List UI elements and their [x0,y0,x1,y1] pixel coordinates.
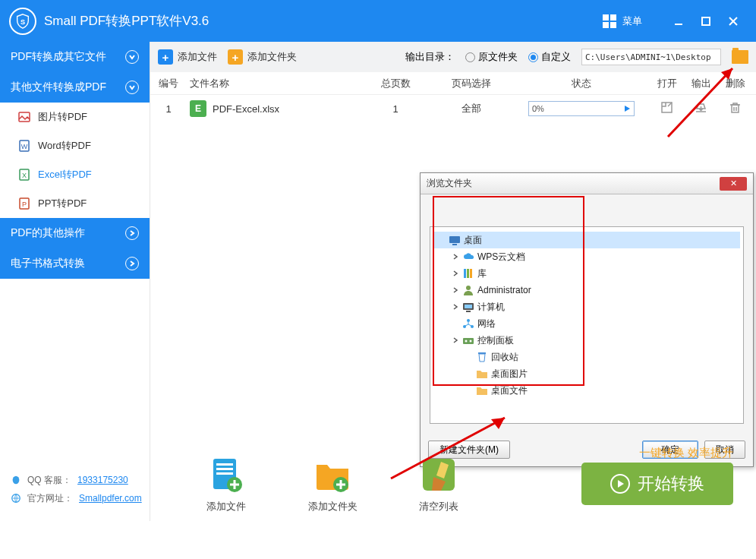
item-label: Excel转PDF [38,168,92,182]
group-label: PDF转换成其它文件 [11,50,106,64]
sidebar-item-excel-to-pdf[interactable]: X Excel转PDF [0,160,150,189]
progress-bar[interactable]: 0% [528,101,635,116]
sidebar-group-ebook-convert[interactable]: 电子书格式转换 [0,248,150,279]
computer-icon [462,301,474,313]
radio-custom-folder[interactable]: 自定义 [528,50,571,64]
dialog-title: 浏览文件夹 [427,177,472,190]
folder-icon [476,384,488,396]
bottom-add-file[interactable]: 添加文件 [173,454,279,513]
output-path-input[interactable] [581,49,721,65]
radio-source-folder[interactable]: 原文件夹 [465,50,518,64]
dialog-close-button[interactable]: ✕ [720,177,747,191]
bottom-bar: 添加文件 添加文件夹 清空列表 开始转换 [150,454,756,513]
table-row[interactable]: 1 E PDF-Excel.xlsx 1 全部 0% [150,95,756,122]
bottom-add-folder[interactable]: 添加文件夹 [279,454,386,513]
add-file-button[interactable]: + 添加文件 [158,49,217,65]
button-label: 添加文件夹 [247,50,297,64]
tree-node[interactable]: 回收站 [433,349,740,365]
chevron-right-icon [125,257,139,270]
chevron-down-icon [125,50,139,64]
button-label: 清空列表 [419,500,458,513]
svg-rect-40 [216,468,233,470]
svg-rect-18 [732,105,739,112]
qq-link[interactable]: 1933175230 [77,471,128,489]
browse-folder-button[interactable] [732,50,748,64]
desktop-icon [449,234,461,246]
tree-node[interactable]: 桌面图片 [433,365,740,382]
svg-rect-37 [478,352,486,354]
radio-label: 原文件夹 [478,50,518,64]
sidebar-group-pdf-other-ops[interactable]: PDF的其他操作 [0,218,150,248]
cell-index: 1 [150,103,187,115]
svg-point-36 [470,340,472,343]
expand-icon [452,270,459,277]
tree-label: 控制面板 [477,334,514,347]
svg-rect-39 [216,463,233,466]
start-convert-button[interactable]: 开始转换 [581,463,733,505]
network-icon [462,317,474,330]
minimize-button[interactable] [665,8,692,35]
cell-filename: PDF-Excel.xlsx [213,103,279,115]
svg-rect-29 [465,305,472,308]
sidebar-group-pdf-to-other[interactable]: PDF转换成其它文件 [0,42,150,72]
radio-label: 自定义 [541,50,571,64]
folder-tree[interactable]: 桌面WPS云文档库Administrator计算机网络控制面板回收站桌面图片桌面… [430,226,744,424]
button-label: 添加文件夹 [308,500,358,513]
svg-text:P: P [22,201,27,208]
svg-point-27 [466,286,471,290]
output-button[interactable] [684,101,718,116]
cell-page-select[interactable]: 全部 [430,102,513,115]
add-folder-button[interactable]: + 添加文件夹 [228,49,297,65]
svg-rect-22 [449,236,460,243]
open-button[interactable] [650,101,684,116]
button-label: 开始转换 [638,472,704,495]
tree-label: 桌面图片 [491,368,528,381]
tree-label: 计算机 [477,301,505,314]
menu-button[interactable]: 菜单 [603,14,642,28]
tree-node[interactable]: WPS云文档 [433,248,740,265]
toolbar: + 添加文件 + 添加文件夹 输出目录： 原文件夹 自定义 [150,42,756,72]
button-label: 添加文件 [178,50,217,64]
svg-rect-23 [452,244,457,245]
tree-node[interactable]: 桌面文件 [433,382,740,399]
svg-rect-26 [470,269,472,278]
image-icon [18,111,30,123]
sidebar-group-other-to-pdf[interactable]: 其他文件转换成PDF [0,72,150,103]
sidebar-item-image-to-pdf[interactable]: 图片转PDF [0,103,150,131]
broom-icon [418,454,459,495]
cell-pages: 1 [361,103,430,115]
svg-rect-2 [702,17,710,25]
bottom-clear-list[interactable]: 清空列表 [386,454,492,513]
tree-node[interactable]: 控制面板 [433,332,740,349]
item-label: 图片转PDF [38,110,87,124]
folder-plus-icon [312,454,353,495]
close-button[interactable] [720,8,747,35]
svg-text:S: S [20,17,25,25]
expand-icon [452,286,459,294]
group-label: 其他文件转换成PDF [11,81,106,94]
group-label: PDF的其他操作 [11,226,85,240]
dialog-titlebar[interactable]: 浏览文件夹 ✕ [421,173,753,194]
col-name: 文件名称 [187,77,361,90]
svg-point-12 [13,476,20,485]
maximize-button[interactable] [692,8,720,35]
tree-node[interactable]: 库 [433,265,740,282]
sidebar-item-word-to-pdf[interactable]: W Word转PDF [0,131,150,160]
tree-node[interactable]: 桌面 [433,232,740,248]
col-pages: 总页数 [361,77,430,90]
ie-icon [11,493,21,504]
tree-node[interactable]: 计算机 [433,298,740,315]
table-header: 编号 文件名称 总页数 页码选择 状态 打开 输出 删除 [150,72,756,95]
grid-icon [603,14,616,28]
excel-icon: X [18,169,30,181]
tree-label: 回收站 [491,351,518,364]
svg-rect-41 [216,472,233,475]
delete-button[interactable] [718,101,752,116]
qq-label: QQ 客服： [27,471,71,489]
svg-point-35 [465,340,468,343]
sidebar-item-ppt-to-pdf[interactable]: P PPT转PDF [0,189,150,218]
tree-node[interactable]: 网络 [433,315,740,332]
site-link[interactable]: Smallpdfer.com [79,489,142,507]
col-delete: 删除 [718,77,752,90]
tree-node[interactable]: Administrator [433,282,740,298]
